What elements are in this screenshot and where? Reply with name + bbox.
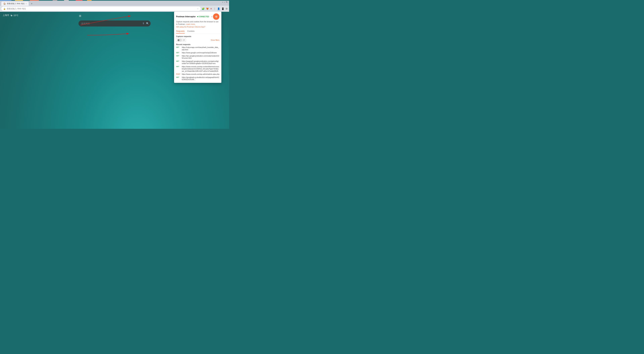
- tab-cookies[interactable]: Cookies: [187, 29, 194, 34]
- method-badge-get: GET: [176, 66, 181, 68]
- request-url[interactable]: https://www.runoob.com/wp-content/themes…: [182, 66, 219, 72]
- method-badge-get: GET: [176, 60, 181, 62]
- method-badge-get: GET: [176, 52, 181, 54]
- popup-tabs: Requests Cookies: [174, 29, 221, 34]
- new-tab-btn[interactable]: +: [29, 2, 34, 6]
- address-text: 搜索或输入 Web 地址: [7, 8, 26, 10]
- weather-icon: 🌤: [10, 14, 12, 16]
- postman-logo: ⊕: [213, 14, 219, 20]
- settings-icon[interactable]: ⚙: [226, 8, 228, 10]
- tab-title: 搜索或输入 Web 地址: [7, 2, 25, 5]
- nav-forward-btn[interactable]: ›: [224, 1, 225, 3]
- search-bar-container: 🎙 🔍: [78, 20, 150, 26]
- popup-description: Capture requests and cookies from the br…: [176, 20, 219, 26]
- temperature: 15°C: [14, 14, 18, 16]
- popup-body: Capture requests Off Show filters Recent…: [174, 34, 221, 83]
- address-bar[interactable]: 🔒 搜索或输入 Web 地址 ☆: [1, 6, 201, 11]
- connected-dot: [197, 16, 198, 17]
- tab-bar: 🏠 搜索或输入 Web 地址 × + ‹ › ↻: [0, 1, 229, 6]
- request-url[interactable]: https://caiyunapp.com/xiaoyi/web_transla…: [182, 46, 219, 51]
- tablet-icon[interactable]: 📱: [221, 8, 224, 10]
- method-badge-post: POST: [176, 73, 181, 75]
- request-item: GET https://tpc.googlesyndication.com/so…: [176, 55, 219, 59]
- capture-requests-label: Capture requests: [176, 36, 219, 38]
- weather-widget: 上海市 🌤 15°C: [3, 14, 18, 17]
- request-url[interactable]: https://www.google.com/recaptcha/api2/af…: [182, 52, 219, 54]
- voice-search-icon[interactable]: 🎙: [142, 22, 145, 25]
- chrome-app-link[interactable]: Still using the Postman Chrome App?: [176, 26, 219, 28]
- request-url[interactable]: https://tpc.googlesyndication.com/sodar/…: [182, 55, 219, 59]
- capture-toggle[interactable]: Off: [176, 38, 186, 42]
- desktop: 上海市 🌤 15°C ⊞ 🎙 🔍 ∧: [0, 12, 229, 129]
- request-item: GET https://googleads.g.doubleclick.net/…: [176, 76, 219, 81]
- learn-more-link[interactable]: Learn more.: [186, 23, 196, 25]
- show-filters-btn[interactable]: Show filters: [211, 39, 219, 41]
- request-item: POST https://www.runoob.com/wp-admin/adm…: [176, 73, 219, 76]
- request-item: GET https://caiyunapp.com/xiaoyi/web_tra…: [176, 46, 219, 51]
- menu-icon[interactable]: ⋮: [214, 8, 216, 10]
- capture-row: Off Show filters: [176, 38, 219, 42]
- popup-close-btn[interactable]: ×: [211, 16, 212, 18]
- toggle-off-label: Off: [183, 39, 185, 41]
- apps-grid-btn[interactable]: ⊞: [78, 14, 82, 18]
- method-badge-get: GET: [176, 76, 181, 78]
- search-input[interactable]: [78, 20, 150, 26]
- connected-badge: CONNECTED: [197, 16, 209, 18]
- request-item: GET https://www.google.com/recaptcha/api…: [176, 52, 219, 54]
- address-bar-row: 🔒 搜索或输入 Web 地址 ☆ 🧩 🦊 ✕ ⋮ 👤 📱 ⚙: [0, 6, 229, 12]
- bookmark-icon[interactable]: ☆: [197, 8, 199, 10]
- search-submit-icon[interactable]: 🔍: [146, 22, 149, 25]
- tab-favicon: 🏠: [3, 2, 6, 5]
- city-name: 上海市: [3, 14, 9, 17]
- request-url[interactable]: https://pagead2.googlesyndication.com/ge…: [182, 60, 219, 65]
- popup-title-text: Postman Interceptor: [176, 16, 196, 18]
- extensions-icon[interactable]: 🧩: [202, 8, 204, 10]
- method-badge-get: GET: [176, 46, 181, 48]
- method-badge-get: GET: [176, 55, 181, 57]
- request-url[interactable]: https://googleads.g.doubleclick.net/page…: [182, 76, 219, 81]
- request-url[interactable]: https://www.runoob.com/wp-admin/admin-aj…: [182, 73, 219, 76]
- popup-header: Postman Interceptor CONNECTED × ⊕ Captur…: [174, 12, 221, 29]
- request-item: GET https://www.runoob.com/wp-content/th…: [176, 66, 219, 72]
- active-tab[interactable]: 🏠 搜索或输入 Web 地址 ×: [1, 2, 29, 6]
- tab-requests[interactable]: Requests: [176, 29, 185, 34]
- tab-close-icon[interactable]: ×: [26, 3, 27, 5]
- connected-text: CONNECTED: [198, 16, 209, 18]
- recent-requests-label: Recent requests: [176, 44, 219, 46]
- user-icon[interactable]: 👤: [217, 8, 220, 10]
- nav-back-btn[interactable]: ‹: [222, 1, 223, 3]
- lock-icon: 🔒: [3, 8, 6, 10]
- request-item: GET https://pagead2.googlesyndication.co…: [176, 60, 219, 65]
- profile-icon[interactable]: 🦊: [206, 8, 209, 10]
- close-icon[interactable]: ✕: [210, 8, 212, 10]
- browser-toolbar: 🧩 🦊 ✕ ⋮ 👤 📱 ⚙: [202, 8, 228, 10]
- postman-interceptor-popup: Postman Interceptor CONNECTED × ⊕ Captur…: [174, 12, 221, 83]
- nav-refresh-btn[interactable]: ↻: [226, 1, 228, 3]
- request-list: GET https://caiyunapp.com/xiaoyi/web_tra…: [176, 46, 219, 81]
